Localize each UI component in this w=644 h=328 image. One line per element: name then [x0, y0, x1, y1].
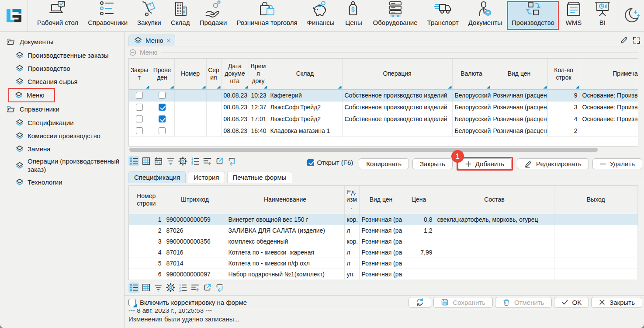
toolbar-gear-button[interactable] [165, 283, 176, 293]
cell-date[interactable]: 08.08.23 [221, 125, 249, 136]
cell-composition[interactable] [435, 225, 554, 236]
open-checkbox[interactable] [307, 159, 314, 166]
column-header-time[interactable]: Врем я доку [249, 59, 268, 89]
cell-warehouse[interactable]: ЛюксСофтТрейд2 [268, 101, 342, 113]
nav-item-retail[interactable]: Розничная торговля [232, 1, 302, 30]
toolbar-listview-button[interactable] [128, 283, 139, 293]
adjustment-checkbox-group[interactable]: Включить корректировку на форме [128, 299, 247, 306]
nav-item-bi[interactable]: BI [588, 1, 617, 30]
cell-time[interactable]: 10:23 [249, 89, 268, 101]
cell-posted[interactable] [150, 101, 174, 113]
sort-indicator[interactable] [448, 86, 452, 89]
copy-button[interactable]: Копировать [359, 158, 409, 169]
tab-specification[interactable]: Спецификация [128, 171, 186, 183]
cell-price[interactable] [403, 269, 435, 279]
cell-unit[interactable]: кор. [344, 214, 359, 225]
cell-line_count[interactable]: 2 [547, 125, 580, 136]
cell-price[interactable]: 7,99 [403, 247, 435, 258]
cell-number[interactable] [174, 101, 206, 113]
nav-item-equipment[interactable]: Оборудование [368, 1, 422, 30]
cell-line_count[interactable]: 4 [547, 113, 580, 125]
cell-series[interactable] [206, 89, 221, 101]
horizontal-scrollbar[interactable] [128, 148, 638, 152]
cell-date[interactable]: 08.08.23 [221, 89, 249, 101]
posted-checkbox[interactable] [159, 92, 166, 99]
ok-button[interactable]: OK [554, 297, 589, 308]
cell-line[interactable]: 5 [129, 258, 164, 269]
toolbar-filter-button[interactable] [153, 283, 163, 293]
cell-barcode[interactable]: 87014 [164, 258, 226, 269]
cell-closed[interactable] [129, 113, 150, 125]
cell-output[interactable] [554, 258, 638, 269]
table-row[interactable]: 39900000000356комплекс обеденныйкор.Розн… [129, 236, 638, 247]
collapse-group-button[interactable] [129, 49, 136, 56]
nav-item-list[interactable]: Справочники [83, 1, 132, 30]
tab-history[interactable]: История [188, 171, 225, 183]
column-header-line_count[interactable]: Кол-во строк [547, 59, 580, 89]
toolbar-calendar-button[interactable] [153, 156, 163, 166]
cell-note[interactable]: Основание: Произво [580, 101, 638, 113]
cell-line_count[interactable]: 3 [547, 101, 580, 113]
cell-closed[interactable] [129, 125, 150, 136]
cell-series[interactable] [206, 101, 221, 113]
add-button[interactable]: Добавить [458, 158, 512, 169]
cell-warehouse[interactable]: Кафетерий [268, 89, 342, 101]
cell-output[interactable] [554, 269, 638, 279]
toolbar-gear-button[interactable] [177, 156, 188, 166]
fullscreen-button[interactable] [632, 36, 641, 45]
table-row[interactable]: 08.08.2316:40Кладовка магазина 1Белорусс… [129, 125, 638, 136]
cell-posted[interactable] [150, 125, 174, 136]
closed-checkbox[interactable] [136, 92, 143, 99]
sidebar-item[interactable]: Спецификации [0, 116, 124, 129]
closed-checkbox[interactable] [136, 115, 143, 122]
nav-item-wms[interactable]: WMS [559, 1, 588, 30]
cell-unit[interactable]: л [344, 225, 359, 236]
column-header-currency[interactable]: Валюта [452, 59, 491, 89]
sidebar-item[interactable]: Производственные заказы [0, 49, 124, 62]
sort-indicator[interactable] [202, 86, 206, 89]
cell-price_type[interactable]: Розничная (расцен [491, 101, 547, 113]
cell-note[interactable]: Основание: Произво [580, 113, 638, 125]
table-row[interactable]: 08.08.2310:23КафетерийСобственное произв… [129, 89, 638, 101]
column-header-price_type[interactable]: Вид цен [359, 186, 403, 214]
close-form-button[interactable]: Закрыть [591, 297, 642, 308]
cell-note[interactable] [580, 125, 638, 136]
toolbar-cycle-button[interactable] [214, 283, 225, 293]
cell-barcode[interactable]: 9900000000097 [164, 269, 226, 279]
edit-form-button[interactable] [620, 36, 628, 45]
table-row[interactable]: 08.08.2317:01ЛюксСофтТрейд2Собственное п… [129, 113, 638, 125]
cell-price_type[interactable]: Розничная (ра [359, 225, 403, 236]
posted-checkbox[interactable] [159, 115, 166, 122]
column-header-number[interactable]: Номер [174, 59, 206, 89]
cell-price_type[interactable]: Розничная (ра [359, 269, 403, 279]
table-row[interactable]: 287026ЗАЛИВКА ДЛЯ САЛАТА (изделие)лРозни… [129, 225, 638, 236]
cell-operation[interactable]: Собственное производство изделий [342, 113, 452, 125]
edit-button[interactable]: Редактировать [517, 158, 589, 169]
cell-warehouse[interactable]: Кладовка магазина 1 [268, 125, 342, 136]
cell-time[interactable]: 17:01 [249, 113, 268, 125]
cell-series[interactable] [206, 125, 221, 136]
sort-indicator[interactable] [576, 86, 579, 89]
sort-indicator[interactable] [264, 86, 267, 89]
cell-line[interactable]: 1 [129, 214, 164, 225]
cell-output[interactable] [554, 247, 638, 258]
sort-indicator[interactable] [544, 86, 547, 89]
cell-time[interactable]: 16:40 [249, 125, 268, 136]
table-row[interactable]: 19900000000059Винегрет овощной вес 150 г… [129, 214, 638, 225]
column-header-note[interactable]: Примеча [580, 59, 638, 89]
cell-number[interactable] [174, 113, 206, 125]
cell-unit[interactable]: л [344, 247, 359, 258]
cell-unit[interactable]: кор. [344, 236, 359, 247]
cell-unit[interactable]: л [344, 258, 359, 269]
toolbar-filter-button[interactable] [165, 156, 176, 166]
sidebar-section[interactable]: Документы [0, 35, 124, 49]
cell-price_type[interactable]: Розничная (расцен [491, 89, 547, 101]
nav-item-prices[interactable]: Цены [339, 1, 368, 30]
toolbar-cycle-button[interactable] [226, 156, 237, 166]
cell-currency[interactable]: Белорусский [452, 89, 491, 101]
cell-line_count[interactable]: 9 [547, 89, 580, 101]
cell-output[interactable] [554, 236, 638, 247]
refresh-button[interactable] [409, 297, 431, 308]
cell-price_type[interactable]: Розничная (расцен [491, 113, 547, 125]
closed-checkbox[interactable] [136, 127, 143, 134]
